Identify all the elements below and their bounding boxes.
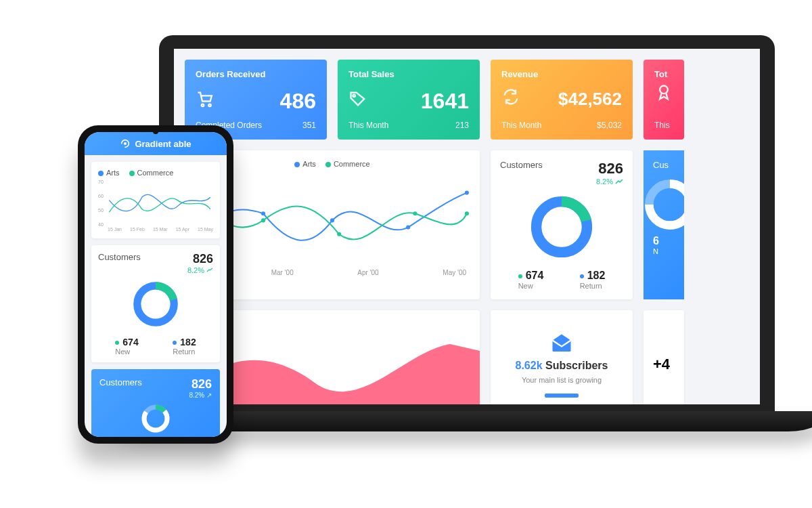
- trend-up-icon: [615, 178, 623, 185]
- svg-point-3: [660, 86, 668, 94]
- svg-point-13: [465, 211, 469, 215]
- phone-blue-pct: 8.2% ↗: [189, 391, 212, 399]
- svg-point-12: [413, 211, 417, 215]
- phone-blue-value: 826: [189, 377, 212, 391]
- x-tick: 15 Mar: [153, 227, 168, 232]
- tile-sales-title: Total Sales: [348, 69, 394, 79]
- tile-revenue-sub-label: This Month: [501, 121, 541, 130]
- x-tick: Apr '00: [357, 269, 378, 276]
- customers-return-value: 182: [580, 270, 606, 282]
- extra-metric-card[interactable]: +4: [644, 310, 684, 404]
- x-tick: Mar '00: [271, 269, 294, 276]
- phone-customers-blue-card: Customers 826 8.2% ↗: [91, 369, 220, 437]
- customers-new-label: New: [518, 282, 544, 290]
- y-tick: 50: [98, 208, 104, 213]
- customers-return-label: Return: [580, 282, 606, 290]
- phone-camera: [153, 129, 158, 134]
- customers-side-new: 6: [653, 235, 684, 247]
- legend-arts: Arts: [294, 160, 316, 168]
- laptop-frame: Orders Received 486 Completed Orders 351…: [159, 35, 775, 411]
- svg-point-8: [465, 191, 469, 195]
- x-tick: 15 Apr: [176, 227, 189, 232]
- x-tick: 15 May: [198, 227, 213, 232]
- svg-point-5: [261, 211, 265, 215]
- mail-open-icon: [549, 331, 574, 356]
- tile-revenue-value: $42,562: [558, 89, 622, 110]
- brand-logo-icon: [120, 138, 131, 149]
- customers-side-card: Cus 6 N: [644, 150, 684, 299]
- customers-value: 826: [596, 160, 623, 177]
- extra-metric-value: +4: [653, 356, 670, 373]
- tile-sales[interactable]: Total Sales 1641 This Month 213: [338, 60, 480, 140]
- donut-chart: [524, 190, 599, 264]
- line-chart-phone: [106, 179, 213, 227]
- customers-title: Customers: [500, 160, 543, 170]
- subscribers-count: 8.62k: [516, 360, 543, 371]
- phone-customers-new: 674: [115, 337, 138, 347]
- phone-blue-title: Customers: [99, 377, 142, 387]
- phone-customers-title: Customers: [98, 252, 141, 262]
- customers-new-value: 674: [518, 270, 544, 282]
- x-tick: 15 Jan: [108, 227, 122, 232]
- phone-customers-card: Customers 826 8.2% 674New 182Return: [91, 245, 220, 362]
- refresh-icon: [501, 87, 520, 106]
- phone-customers-pct: 8.2%: [187, 266, 213, 274]
- tile-orders-title: Orders Received: [196, 69, 265, 79]
- line-chart-main: [194, 172, 470, 269]
- svg-point-7: [406, 226, 410, 230]
- legend-arts-phone: Arts: [98, 169, 120, 177]
- phone-blue-donut: [129, 402, 183, 436]
- tile-sales-sub-value: 213: [455, 121, 469, 130]
- donut-chart-side: [644, 174, 684, 235]
- tag-icon: [348, 89, 367, 108]
- tile-sales-value: 1641: [421, 89, 469, 114]
- phone-device: Gradient able Arts Commerce 70 60 50 40: [78, 125, 233, 444]
- y-tick: 60: [98, 194, 104, 198]
- tile-profit-sub-label: This: [654, 121, 670, 130]
- customers-pct: 8.2%: [596, 177, 623, 186]
- trend-up-icon: [206, 268, 213, 273]
- tile-revenue[interactable]: Revenue $42,562 This Month $5,032: [491, 60, 633, 140]
- svg-point-1: [208, 104, 211, 106]
- phone-screen: Gradient able Arts Commerce 70 60 50 40: [85, 132, 227, 437]
- award-icon: [654, 83, 673, 102]
- tile-orders-value: 486: [280, 89, 316, 114]
- phone-header: Gradient able: [85, 132, 227, 155]
- x-tick: May '00: [443, 269, 466, 276]
- x-tick: 15 Feb: [130, 227, 145, 232]
- subscribers-card[interactable]: 8.62k Subscribers Your main list is grow…: [491, 310, 633, 404]
- cart-icon: [196, 89, 215, 108]
- customers-side-title: Cus: [653, 160, 684, 170]
- legend-commerce-phone: Commerce: [129, 169, 174, 177]
- svg-point-11: [337, 232, 341, 236]
- customers-side-new-label: N: [653, 247, 684, 255]
- svg-point-0: [202, 104, 204, 106]
- phone-chart-card: Arts Commerce 70 60 50 40: [91, 162, 220, 238]
- svg-point-6: [330, 218, 334, 222]
- tile-sales-sub-label: This Month: [348, 121, 388, 130]
- tile-profit-title: Tot: [654, 69, 667, 79]
- subscribers-button[interactable]: [545, 394, 579, 398]
- phone-donut-chart: [129, 277, 183, 331]
- legend-commerce: Commerce: [325, 160, 370, 168]
- phone-customers-return: 182: [173, 337, 196, 347]
- svg-point-10: [261, 218, 265, 222]
- subscribers-word: Subscribers: [545, 360, 608, 371]
- tile-orders-sub-value: 351: [302, 121, 316, 130]
- customers-card: Customers 826 8.2% 674New 182Return: [491, 150, 633, 299]
- laptop-device: Orders Received 486 Completed Orders 351…: [159, 35, 775, 431]
- phone-customers-value: 826: [187, 252, 213, 266]
- tile-profit[interactable]: Tot This: [644, 60, 684, 140]
- svg-point-18: [124, 142, 127, 145]
- laptop-screen: Orders Received 486 Completed Orders 351…: [174, 49, 760, 404]
- y-tick: 70: [98, 179, 104, 184]
- subscribers-subtitle: Your main list is growing: [522, 376, 602, 384]
- y-tick: 40: [98, 222, 104, 227]
- tile-revenue-title: Revenue: [501, 69, 538, 79]
- tile-revenue-sub-value: $5,032: [597, 121, 622, 130]
- brand-name: Gradient able: [135, 139, 191, 149]
- svg-point-2: [353, 94, 355, 97]
